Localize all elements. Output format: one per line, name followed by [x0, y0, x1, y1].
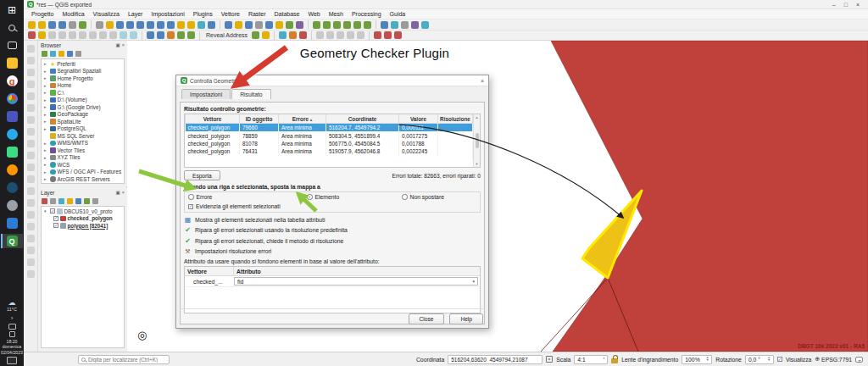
undock-panel-icon[interactable]: ▣ — [116, 42, 120, 47]
layer-visibility-checkbox[interactable]: ✓ — [53, 223, 58, 228]
expand-all-icon[interactable] — [84, 198, 90, 204]
radio-errore[interactable]: Errore — [188, 194, 307, 200]
highlight-checkbox[interactable]: ✓ — [188, 204, 193, 209]
editing-tool-icon[interactable] — [27, 80, 35, 88]
filter-browser-icon[interactable] — [58, 51, 64, 57]
editing-tool-icon[interactable] — [27, 175, 35, 183]
group-visibility-checkbox[interactable]: ✓ — [50, 208, 55, 214]
layer-row-checked-polygon[interactable]: ✓ checked_polygon — [42, 215, 124, 223]
label-pin-icon[interactable] — [316, 31, 324, 39]
statistics-icon[interactable] — [296, 21, 303, 29]
label-change-icon[interactable] — [357, 31, 364, 39]
editing-tool-icon[interactable] — [27, 128, 35, 136]
save-project-icon[interactable] — [48, 21, 56, 29]
rotation-spinbox[interactable]: 0,0 °▲▼ — [745, 355, 774, 364]
add-feature-icon[interactable] — [58, 31, 66, 39]
editing-tool-icon[interactable] — [27, 140, 35, 147]
reveal-address-label[interactable]: Reveal Address — [204, 32, 249, 38]
data-source-manager-icon[interactable] — [313, 21, 320, 29]
editing-tool-icon[interactable] — [27, 258, 35, 266]
table-row[interactable]: checked_polygon79660Area minima516204.7,… — [186, 124, 473, 132]
annotation-form-icon[interactable] — [384, 31, 392, 39]
scroll-down-icon[interactable]: ▼ — [476, 162, 479, 166]
menu-plugins[interactable]: Plugins — [189, 11, 217, 17]
browser-item-postgresql[interactable]: ▸PostgreSQL — [42, 125, 124, 133]
add-postgis-layer-icon[interactable] — [364, 21, 371, 29]
refresh-map-icon[interactable] — [208, 21, 215, 29]
browser-item-preferiti[interactable]: ▸★Preferiti — [42, 60, 124, 68]
paste-features-icon[interactable] — [109, 31, 117, 39]
menu-modifica[interactable]: Modifica — [58, 11, 88, 17]
col-errore[interactable]: Errore ▴ — [279, 114, 326, 124]
task-view-button[interactable] — [1, 38, 23, 53]
col-id-oggetto[interactable]: ID oggetto — [240, 114, 279, 124]
identify-features-icon[interactable] — [225, 21, 232, 29]
zoom-in-icon[interactable] — [116, 21, 124, 29]
browser-item-mssql[interactable]: ▸MS SQL Server — [42, 132, 124, 140]
editing-tool-icon[interactable] — [27, 187, 35, 195]
touch-keyboard-icon[interactable] — [7, 357, 17, 364]
scroll-up-icon[interactable]: ▲ — [476, 115, 479, 119]
vertex-tool-icon[interactable] — [69, 31, 76, 39]
magnifier-spinbox[interactable]: 100%▲▼ — [682, 355, 712, 364]
temporal-controller-icon[interactable] — [198, 21, 205, 29]
zoom-next-icon[interactable] — [167, 21, 175, 29]
annotation-text-icon[interactable] — [374, 31, 381, 39]
scroll-thumb[interactable] — [476, 133, 479, 148]
browser-item-spatialite[interactable]: ▸SpatiaLite — [42, 118, 124, 125]
browser-item-home-progetto[interactable]: ▸Home Progetto — [42, 75, 124, 82]
collapse-all-icon[interactable] — [67, 51, 73, 57]
app-g-button[interactable]: g — [1, 74, 23, 88]
menu-vettore[interactable]: Vettore — [217, 11, 244, 17]
editing-tool-icon[interactable] — [27, 104, 35, 112]
qgis-taskbar-button[interactable]: Q — [1, 234, 23, 248]
weather-widget[interactable]: ☁ 11°C — [7, 299, 17, 312]
manage-themes-icon[interactable] — [58, 198, 64, 204]
teams-button[interactable] — [1, 109, 23, 124]
zoom-full-icon[interactable] — [136, 21, 144, 29]
lock-scale-icon[interactable] — [611, 358, 618, 363]
tray-expand-icon[interactable]: › — [11, 314, 14, 322]
browser-item-segnalibri[interactable]: ▸Segnalibri Spaziali — [42, 68, 124, 75]
start-button[interactable]: ⊞ — [1, 3, 23, 17]
minimize-button[interactable]: – — [832, 2, 836, 8]
filter-legend-icon[interactable] — [67, 198, 73, 204]
radio-non-spostare[interactable]: Non spostare — [402, 194, 444, 200]
telegram-button[interactable] — [1, 127, 23, 141]
add-delimited-text-icon[interactable] — [353, 21, 361, 29]
undo-icon[interactable] — [120, 31, 127, 39]
table-row[interactable]: checked_polygon81078Area minima506775.0,… — [186, 140, 473, 147]
fix-default-resolution-button[interactable]: ✔ Ripara gli errori selezionati usando l… — [184, 226, 481, 234]
close-button[interactable]: Close — [409, 313, 445, 324]
editing-tool-icon[interactable] — [27, 270, 35, 278]
attribute-select[interactable]: fid ▾ — [234, 277, 478, 286]
attribute-table-icon[interactable] — [265, 21, 273, 29]
radio-elemento[interactable]: Elemento — [307, 194, 402, 200]
browser-item-wfs[interactable]: ▸WFS / OGC API - Features — [42, 169, 124, 176]
current-edits-icon[interactable] — [28, 31, 36, 39]
layer-row-polygon[interactable]: ✓ polygon [82041] — [42, 222, 124, 230]
editing-tool-icon[interactable] — [27, 223, 35, 230]
identify-tool-icon[interactable] — [147, 31, 154, 39]
save-edits-icon[interactable] — [48, 31, 56, 39]
render-checkbox[interactable]: ✓ — [777, 357, 782, 362]
browser-item-geopackage[interactable]: ▸GeoPackage — [42, 111, 124, 119]
show-bookmarks-icon[interactable] — [187, 21, 195, 29]
deselect-icon[interactable] — [255, 21, 263, 29]
browser-item-d-drive[interactable]: ▸D:\ (Volume) — [42, 97, 124, 104]
menu-mesh[interactable]: Mesh — [325, 11, 348, 17]
globe-app-button[interactable] — [1, 198, 23, 213]
show-in-attribute-table-button[interactable]: ▦ Mostra gli elementi selezionati nella … — [184, 216, 481, 224]
edge-button[interactable] — [1, 180, 23, 195]
locate-input[interactable] — [78, 355, 170, 364]
print-layout-icon[interactable] — [58, 21, 66, 29]
tab-risultato[interactable]: Risultato — [231, 89, 270, 99]
table-row[interactable]: checked_polygon76431Area minima519057.9,… — [186, 147, 473, 155]
add-vector-layer-icon[interactable] — [323, 21, 331, 29]
extent-toggle-icon[interactable] — [546, 356, 553, 363]
new-project-icon[interactable] — [28, 21, 36, 29]
diagram-toolbar-icon[interactable] — [299, 31, 307, 39]
layout-manager-icon[interactable] — [69, 21, 76, 29]
menu-processing[interactable]: Processing — [348, 11, 386, 17]
coordinate-input[interactable] — [451, 357, 539, 363]
